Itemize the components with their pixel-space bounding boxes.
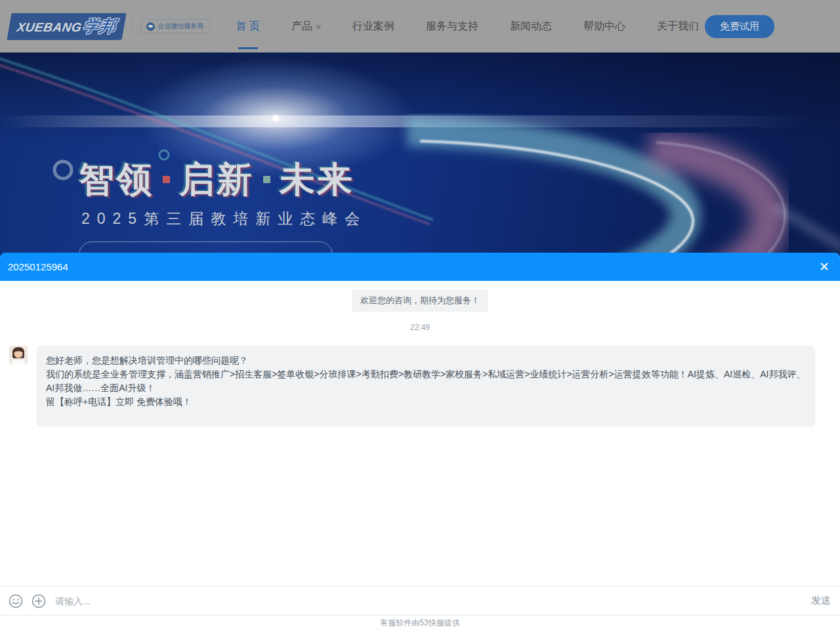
wecom-icon [146,22,155,31]
agent-avatar [9,346,28,364]
nav-item-label: 产品 [291,20,312,33]
title-separator-teal [263,176,270,183]
nav-item-cases[interactable]: 行业案例 [352,0,394,52]
agent-message-row: 您好老师，您是想解决培训管理中的哪些问题呢？ 我们的系统是全业务管理支撑，涵盖营… [9,346,815,427]
chat-body: 欢迎您的咨询，期待为您服务！ 22:49 您好老师，您是想解决培训管理中的哪些问… [0,281,840,586]
send-button[interactable]: 发送 [811,595,831,607]
welcome-notice: 欢迎您的咨询，期待为您服务！ [352,289,488,312]
banner-title-part: 启新 [179,159,254,199]
nav-item-news[interactable]: 新闻动态 [510,0,552,52]
nav-item-service-support[interactable]: 服务与支持 [426,0,478,52]
header-divider [132,19,133,33]
logo-mark: XUEBANG 学邦 [7,13,126,40]
nav-item-about[interactable]: 关于我们 [657,0,699,52]
nav-item-home[interactable]: 首 页 [236,0,260,52]
wecom-service-badge: 企业微信服务商 [140,19,210,33]
nav-item-help-center[interactable]: 帮助中心 [583,0,625,52]
chevron-down-icon: ∨ [314,22,322,31]
title-separator-red [163,176,170,183]
main-nav: 首 页 产品 ∨ 行业案例 服务与支持 新闻动态 帮助中心 关于我们 [236,0,700,52]
chat-session-id: 20250125964 [8,261,68,272]
agent-avatar-art [9,346,28,364]
chat-header: 20250125964 ✕ [0,253,840,281]
nav-item-label: 首 页 [236,20,260,33]
agent-message-line: 留【称呼+电话】立即 免费体验哦！ [46,395,806,409]
nav-item-label: 行业案例 [352,20,394,33]
agent-message-line: 我们的系统是全业务管理支撑，涵盖营销推广>招生客服>签单收银>分班排课>考勤扣费… [46,368,806,395]
nav-item-label: 新闻动态 [510,20,552,33]
chat-timestamp: 22:49 [0,323,840,332]
logo-text-cn: 学邦 [81,15,118,37]
nav-item-label: 服务与支持 [426,20,478,33]
chat-input-bar: 发送 [0,586,840,615]
chat-footer: 客服软件由53快服提供 [0,615,840,630]
agent-message-bubble: 您好老师，您是想解决培训管理中的哪些问题呢？ 我们的系统是全业务管理支撑，涵盖营… [37,346,815,427]
emoji-icon[interactable] [8,593,24,609]
site-header: XUEBANG 学邦 企业微信服务商 首 页 产品 ∨ 行业案例 服务与支持 [0,0,840,52]
banner-subtitle: 2025第三届教培新业态峰会 [81,209,367,229]
banner-title: 智领启新未来 [79,156,354,204]
free-trial-button[interactable]: 免费试用 [705,15,774,38]
wecom-badge-label: 企业微信服务商 [158,22,204,31]
logo-text-en: XUEBANG [16,20,83,35]
plus-attach-icon[interactable] [31,593,47,609]
brand-logo[interactable]: XUEBANG 学邦 [9,13,124,40]
message-input[interactable] [54,595,804,607]
provider-note: 客服软件由53快服提供 [380,618,459,627]
nav-item-label: 关于我们 [657,20,699,33]
banner-title-part: 未来 [280,159,354,199]
hero-banner: 智领启新未来 2025第三届教培新业态峰会 [0,52,840,256]
banner-title-part: 智领 [79,159,154,199]
nav-item-label: 帮助中心 [583,20,625,33]
close-icon[interactable]: ✕ [819,261,830,273]
nav-item-products[interactable]: 产品 ∨ [291,0,321,52]
agent-message-line: 您好老师，您是想解决培训管理中的哪些问题呢？ [46,354,806,368]
page: XUEBANG 学邦 企业微信服务商 首 页 产品 ∨ 行业案例 服务与支持 [0,0,840,630]
